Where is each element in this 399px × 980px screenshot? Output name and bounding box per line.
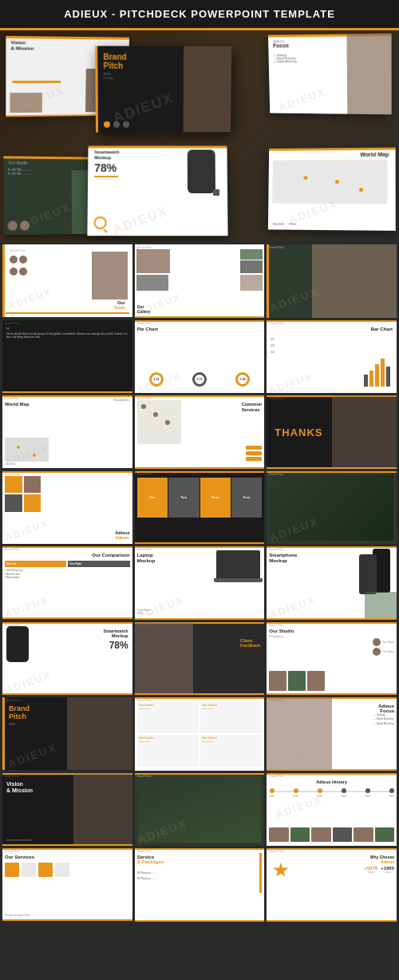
slide-forest[interactable]: Brand Pitch ADIEUX bbox=[267, 471, 397, 545]
slide-our-gallery[interactable]: Brand Pitch Our Gallery ADIEUX bbox=[135, 244, 265, 318]
hero-slide-smartwatch: Smartwatch Mockup 78% ADIEUX bbox=[87, 146, 227, 236]
slide-our-comparison[interactable]: Brand Pitch Our Comparison Vote Left Vot… bbox=[2, 546, 132, 619]
slide-plants[interactable]: Brand Pitch ADIEUX bbox=[135, 773, 265, 847]
hero-collage: Vision & Mission ADIEUX BrandPitch 2020 … bbox=[0, 30, 399, 242]
slide-dark-portrait[interactable]: Brand Pitch ADIEUX bbox=[267, 244, 397, 318]
slide-smartwatch-mockup[interactable]: Brand Pitch SmartwatchMockup 78% ADIEUX bbox=[2, 622, 132, 695]
slide-brand-pitch-2[interactable]: Brand Pitch BrandPitch 2020 ADIEUX bbox=[2, 697, 132, 770]
slide-adieux-values[interactable]: Brand Pitch Adieux Values ADIEUX bbox=[2, 471, 132, 544]
slide-world-map[interactable]: Brand Pitch World Map Descriptions: ▪ Au… bbox=[2, 395, 132, 468]
slide-adieux-focus-2[interactable]: Brand Pitch Adieux Focus — Strategy— Dig… bbox=[267, 697, 397, 771]
slide-smartphone-mockup[interactable]: Brand Pitch Smartphone Mockup ADIEUX bbox=[267, 546, 397, 620]
hero-slide-brandpitch: BrandPitch 2020 Strategy ADIEUX bbox=[95, 46, 231, 133]
slide-our-studio-2[interactable]: Brand Pitch Our Studio Description Your … bbox=[267, 622, 397, 696]
slide-laptop-mockup[interactable]: Brand Pitch Laptop Mockup ProjectName ..… bbox=[135, 546, 265, 620]
slides-grid: Brand Pitch Our Team bbox=[0, 242, 399, 924]
slide-pie-chart[interactable]: Brand Pitch Pie Chart 1.14 0.78 1.82 ADI… bbox=[135, 320, 265, 394]
slide-our-team[interactable]: Brand Pitch Our Team bbox=[2, 244, 132, 317]
slide-four-content[interactable]: Brand Pitch Your Content Next Content Yo… bbox=[135, 697, 265, 771]
header-title: ADIEUX - PITCHDECK POWERPOINT TEMPLATE bbox=[64, 8, 335, 20]
slide-one-two-three-four[interactable]: Brand Pitch One Two Three Four bbox=[135, 471, 265, 545]
slide-adieux-history[interactable]: Brand Pitch Adieux History 2014 2016 201… bbox=[267, 773, 397, 847]
slide-why-choose[interactable]: Brand Pitch Why Choose Adieux +5678 Coun… bbox=[267, 848, 397, 922]
slide-service-packages[interactable]: Brand Pitch Service & Packages 01 Reason… bbox=[135, 848, 265, 922]
slide-client-feedback[interactable]: Brand Pitch ClientFeedback bbox=[135, 622, 265, 696]
slide-customer-services[interactable]: Brand Pitch CustomerServices bbox=[135, 395, 265, 469]
slide-thanks[interactable]: Brand Pitch THANKS bbox=[267, 395, 397, 469]
hero-slide-worldmap: World Map ▪ Australia ▪ Other ADIEUX bbox=[268, 148, 396, 231]
slide-quote[interactable]: Brand Pitch " Never doubt that a small g… bbox=[2, 320, 132, 393]
page-header: ADIEUX - PITCHDECK POWERPOINT TEMPLATE bbox=[0, 0, 399, 30]
slide-vision-mission-2[interactable]: Brand Pitch Vision& Mission Description … bbox=[2, 773, 132, 846]
slide-bar-chart[interactable]: Brand Pitch Bar Chart 222632 ADIEUX bbox=[267, 320, 397, 394]
hero-slide-adieuxfocus: Adieux Focus — Strategy— Digital Brandin… bbox=[268, 34, 392, 114]
slide-our-services[interactable]: Brand Pitch Our Services Service descrip… bbox=[2, 848, 132, 921]
